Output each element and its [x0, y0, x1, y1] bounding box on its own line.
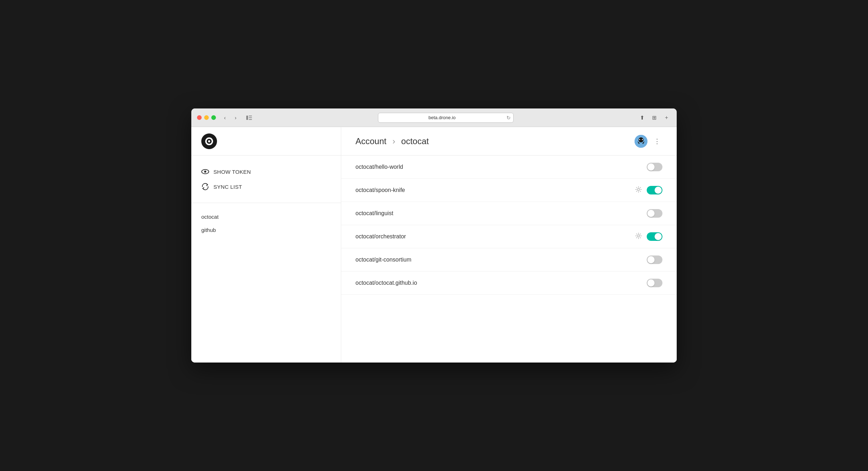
repo-toggle[interactable]	[647, 255, 662, 264]
sync-list-label: SYNC LIST	[213, 184, 242, 190]
repo-actions	[647, 255, 662, 264]
repo-name: octocat/orchestrator	[355, 233, 406, 240]
repo-actions	[647, 279, 662, 287]
svg-rect-1	[249, 116, 252, 116]
repo-name: octocat/linguist	[355, 210, 393, 217]
toggle-knob	[655, 233, 662, 240]
avatar-image	[635, 135, 647, 148]
svg-point-12	[642, 139, 643, 140]
repo-actions	[647, 209, 662, 218]
repo-toggle[interactable]	[647, 232, 662, 241]
add-button[interactable]: ＋	[662, 113, 671, 122]
share-button[interactable]: ⬆	[637, 113, 647, 122]
drone-logo-svg	[202, 135, 216, 148]
repo-name: octocat/hello-world	[355, 164, 403, 170]
repo-toggle[interactable]	[647, 163, 662, 171]
header-actions: ⋮	[635, 135, 662, 148]
forward-button[interactable]: ›	[231, 113, 240, 122]
url-input[interactable]	[378, 113, 514, 123]
breadcrumb-root: Account	[355, 136, 387, 146]
svg-rect-2	[249, 117, 252, 118]
repo-toggle[interactable]	[647, 279, 662, 287]
repo-item: octocat/spoon-knife	[341, 179, 677, 202]
more-options-button[interactable]: ⋮	[652, 136, 662, 147]
settings-icon[interactable]	[635, 186, 642, 194]
sidebar-account-octocat[interactable]: octocat	[191, 210, 341, 223]
svg-point-11	[639, 139, 640, 140]
main-content: Account › octocat	[341, 127, 677, 363]
toggle-knob	[647, 210, 655, 217]
drone-logo[interactable]	[201, 133, 217, 149]
reload-button[interactable]: ↻	[506, 115, 511, 121]
sidebar-nav: SHOW TOKEN SYNC LIST	[191, 156, 341, 203]
sidebar-toggle-icon	[246, 116, 252, 120]
traffic-light-fullscreen[interactable]	[211, 115, 216, 120]
breadcrumb-current: octocat	[401, 136, 429, 146]
browser-actions: ⬆ ⊞ ＋	[637, 113, 671, 122]
avatar[interactable]	[635, 135, 647, 148]
app-container: SHOW TOKEN SYNC LIST	[191, 127, 677, 363]
sync-icon	[201, 183, 209, 191]
breadcrumb-separator: ›	[392, 136, 398, 146]
repo-item: octocat/orchestrator	[341, 225, 677, 248]
svg-point-13	[637, 188, 640, 191]
show-token-label: SHOW TOKEN	[213, 169, 251, 175]
repo-item: octocat/linguist	[341, 202, 677, 225]
toggle-knob	[655, 187, 662, 194]
traffic-light-close[interactable]	[197, 115, 202, 120]
repo-toggle[interactable]	[647, 209, 662, 218]
repo-item: octocat/hello-world	[341, 156, 677, 179]
toggle-knob	[647, 279, 655, 287]
traffic-light-minimize[interactable]	[204, 115, 209, 120]
sidebar-account-github[interactable]: github	[191, 223, 341, 237]
sidebar-accounts: octocat github	[191, 203, 341, 244]
repo-list: octocat/hello-worldoctocat/spoon-knifeoc…	[341, 156, 677, 295]
address-bar: ↻	[258, 113, 633, 123]
repo-name: octocat/octocat.github.io	[355, 280, 417, 286]
toggle-knob	[647, 163, 655, 171]
sidebar-item-show-token[interactable]: SHOW TOKEN	[191, 164, 341, 179]
svg-rect-0	[246, 116, 248, 120]
sidebar-item-sync-list[interactable]: SYNC LIST	[191, 179, 341, 194]
new-tab-button[interactable]: ⊞	[650, 113, 659, 122]
browser-window: ‹ › ↻ ⬆ ⊞ ＋	[191, 108, 677, 363]
repo-name: octocat/git-consortium	[355, 257, 412, 263]
eye-icon	[201, 168, 209, 176]
breadcrumb: Account › octocat	[355, 136, 429, 146]
repo-actions	[635, 232, 662, 241]
nav-buttons: ‹ ›	[220, 113, 240, 122]
repo-item: octocat/octocat.github.io	[341, 272, 677, 295]
settings-icon[interactable]	[635, 233, 642, 241]
repo-name: octocat/spoon-knife	[355, 187, 405, 193]
sidebar-header	[191, 127, 341, 156]
svg-rect-3	[249, 119, 252, 120]
toggle-knob	[647, 256, 655, 263]
svg-point-6	[208, 140, 210, 142]
repo-toggle[interactable]	[647, 186, 662, 194]
sidebar-toggle-button[interactable]	[244, 113, 254, 122]
repo-item: octocat/git-consortium	[341, 248, 677, 272]
traffic-lights	[197, 115, 216, 120]
main-header: Account › octocat	[341, 127, 677, 156]
repo-actions	[647, 163, 662, 171]
back-button[interactable]: ‹	[220, 113, 229, 122]
browser-chrome: ‹ › ↻ ⬆ ⊞ ＋	[191, 108, 677, 127]
svg-point-8	[204, 171, 206, 173]
svg-point-14	[637, 235, 640, 237]
repo-actions	[635, 186, 662, 194]
sidebar: SHOW TOKEN SYNC LIST	[191, 127, 341, 363]
